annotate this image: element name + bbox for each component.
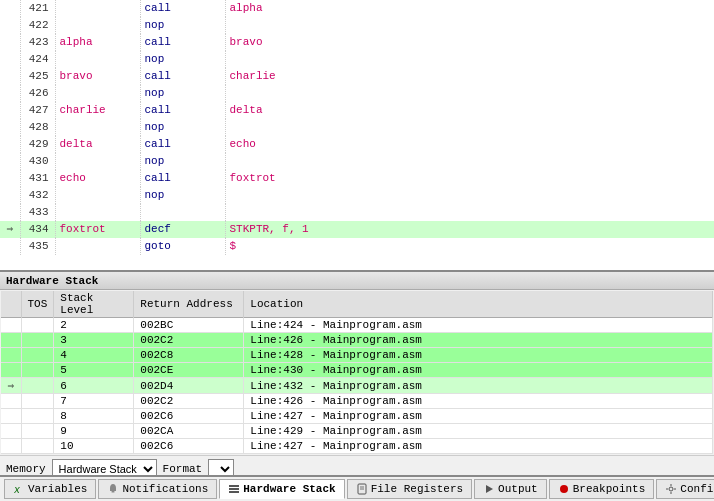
tab-hardware-stack[interactable]: Hardware Stack bbox=[219, 479, 344, 499]
asm-label bbox=[55, 17, 140, 34]
asm-operand bbox=[225, 153, 714, 170]
asm-operand bbox=[225, 51, 714, 68]
asm-instruction: nop bbox=[140, 153, 225, 170]
stack-row: 3002C2Line:426 - Mainprogram.asm bbox=[1, 333, 713, 348]
config-icon bbox=[665, 483, 677, 495]
stack-level: 10 bbox=[54, 439, 134, 454]
stack-table: TOS Stack Level Return Address Location … bbox=[1, 291, 713, 454]
stack-row: 2002BCLine:424 - Mainprogram.asm bbox=[1, 318, 713, 333]
tab-configuration-bits[interactable]: Configuration Bits bbox=[656, 479, 714, 499]
asm-instruction: nop bbox=[140, 119, 225, 136]
tab-label-configuration-bits: Configuration Bits bbox=[680, 483, 714, 495]
asm-operand: alpha bbox=[225, 0, 714, 17]
asm-arrow bbox=[0, 136, 20, 153]
stack-tos bbox=[21, 333, 54, 348]
stack-arrow bbox=[1, 318, 21, 333]
stack-location: Line:430 - Mainprogram.asm bbox=[244, 363, 713, 378]
tab-file-registers[interactable]: File Registers bbox=[347, 479, 472, 499]
asm-instruction: call bbox=[140, 102, 225, 119]
col-location-header: Location bbox=[244, 291, 713, 318]
asm-row: 429deltacallecho bbox=[0, 136, 714, 153]
stack-location: Line:432 - Mainprogram.asm bbox=[244, 378, 713, 394]
stack-location: Line:426 - Mainprogram.asm bbox=[244, 333, 713, 348]
asm-row: 430nop bbox=[0, 153, 714, 170]
stack-row: ⇒6002D4Line:432 - Mainprogram.asm bbox=[1, 378, 713, 394]
asm-label bbox=[55, 187, 140, 204]
asm-label: bravo bbox=[55, 68, 140, 85]
stack-level: 7 bbox=[54, 394, 134, 409]
asm-arrow bbox=[0, 68, 20, 85]
asm-line-number: 428 bbox=[20, 119, 55, 136]
stack-location: Line:428 - Mainprogram.asm bbox=[244, 348, 713, 363]
stack-level: 2 bbox=[54, 318, 134, 333]
asm-instruction: decf bbox=[140, 221, 225, 238]
stack-level: 4 bbox=[54, 348, 134, 363]
asm-line-number: 424 bbox=[20, 51, 55, 68]
asm-arrow bbox=[0, 0, 20, 17]
asm-arrow: ⇒ bbox=[0, 221, 20, 238]
tab-output[interactable]: Output bbox=[474, 479, 547, 499]
stack-row: 7002C2Line:426 - Mainprogram.asm bbox=[1, 394, 713, 409]
asm-instruction bbox=[140, 204, 225, 221]
tab-label-variables: Variables bbox=[28, 483, 87, 495]
stack-location: Line:427 - Mainprogram.asm bbox=[244, 439, 713, 454]
asm-row: 435goto$ bbox=[0, 238, 714, 255]
asm-label: alpha bbox=[55, 34, 140, 51]
format-label: Format bbox=[163, 463, 203, 475]
asm-arrow bbox=[0, 170, 20, 187]
stack-location: Line:426 - Mainprogram.asm bbox=[244, 394, 713, 409]
stack-address: 002C6 bbox=[134, 409, 244, 424]
stack-arrow bbox=[1, 348, 21, 363]
tab-variables[interactable]: xVariables bbox=[4, 479, 96, 499]
asm-label: charlie bbox=[55, 102, 140, 119]
stack-tos bbox=[21, 424, 54, 439]
stack-tos bbox=[21, 439, 54, 454]
asm-row: 425bravocallcharlie bbox=[0, 68, 714, 85]
stack-address: 002BC bbox=[134, 318, 244, 333]
asm-line-number: 427 bbox=[20, 102, 55, 119]
asm-arrow bbox=[0, 17, 20, 34]
asm-operand: delta bbox=[225, 102, 714, 119]
asm-operand: $ bbox=[225, 238, 714, 255]
asm-row: 433 bbox=[0, 204, 714, 221]
stack-arrow bbox=[1, 394, 21, 409]
tab-label-notifications: Notifications bbox=[122, 483, 208, 495]
panel-titlebar: Hardware Stack bbox=[0, 272, 714, 290]
asm-operand: echo bbox=[225, 136, 714, 153]
svg-point-10 bbox=[669, 487, 673, 491]
stack-level: 9 bbox=[54, 424, 134, 439]
stack-row: 5002CELine:430 - Mainprogram.asm bbox=[1, 363, 713, 378]
asm-row: 428nop bbox=[0, 119, 714, 136]
asm-label bbox=[55, 204, 140, 221]
col-address-header: Return Address bbox=[134, 291, 244, 318]
panel-title: Hardware Stack bbox=[6, 275, 98, 287]
stack-row: 4002C8Line:428 - Mainprogram.asm bbox=[1, 348, 713, 363]
stack-location: Line:427 - Mainprogram.asm bbox=[244, 409, 713, 424]
asm-line-number: 426 bbox=[20, 85, 55, 102]
tab-label-file-registers: File Registers bbox=[371, 483, 463, 495]
bell-icon bbox=[107, 483, 119, 495]
svg-point-9 bbox=[560, 485, 568, 493]
asm-line-number: 425 bbox=[20, 68, 55, 85]
asm-arrow bbox=[0, 187, 20, 204]
stack-tos bbox=[21, 318, 54, 333]
stack-tos bbox=[21, 409, 54, 424]
asm-arrow bbox=[0, 85, 20, 102]
svg-text:x: x bbox=[13, 485, 20, 495]
stack-level: 3 bbox=[54, 333, 134, 348]
asm-instruction: call bbox=[140, 34, 225, 51]
asm-operand bbox=[225, 85, 714, 102]
stack-tos bbox=[21, 363, 54, 378]
stack-address: 002C2 bbox=[134, 394, 244, 409]
asm-table: 421callalpha422nop423alphacallbravo424no… bbox=[0, 0, 714, 255]
var-icon: x bbox=[13, 483, 25, 495]
tab-notifications[interactable]: Notifications bbox=[98, 479, 217, 499]
tab-breakpoints[interactable]: Breakpoints bbox=[549, 479, 655, 499]
asm-label: echo bbox=[55, 170, 140, 187]
asm-instruction: nop bbox=[140, 85, 225, 102]
stack-arrow bbox=[1, 333, 21, 348]
svg-rect-1 bbox=[112, 491, 115, 493]
col-arrow-header bbox=[1, 291, 21, 318]
asm-label bbox=[55, 238, 140, 255]
svg-rect-4 bbox=[229, 491, 239, 493]
